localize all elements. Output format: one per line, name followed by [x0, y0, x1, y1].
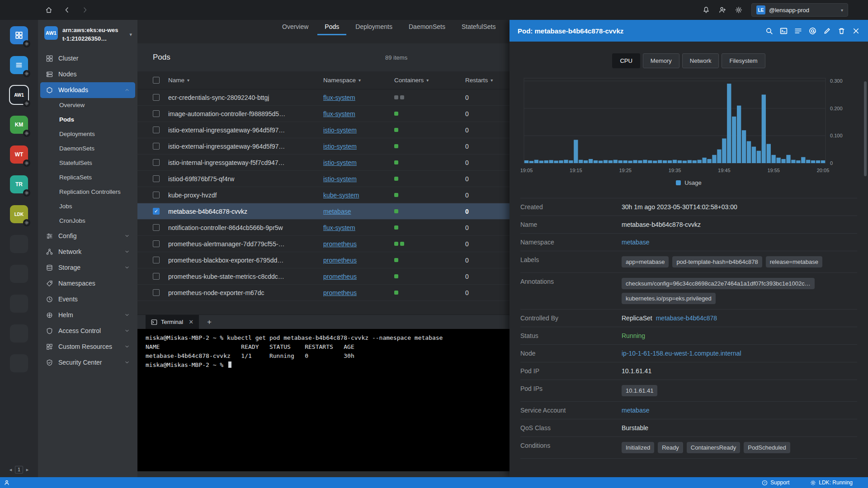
namespace-link[interactable]: flux-system: [323, 224, 355, 231]
sidebar-item-cluster[interactable]: Cluster: [40, 51, 135, 66]
close-icon[interactable]: ✕: [189, 319, 193, 325]
column-header-name[interactable]: Name▾: [168, 77, 323, 84]
namespace-link[interactable]: prometheus: [323, 257, 357, 264]
tab-deployments[interactable]: Deployments: [348, 20, 400, 35]
home-icon[interactable]: [45, 6, 52, 14]
sidebar-item-namespaces[interactable]: Namespaces: [40, 276, 135, 291]
settings-gear-icon[interactable]: [735, 6, 742, 14]
tab-pods[interactable]: Pods: [317, 20, 346, 35]
cluster-tile-ldk[interactable]: LDK: [10, 205, 28, 223]
detail-link[interactable]: metabase: [622, 239, 649, 246]
close-icon[interactable]: [852, 27, 860, 35]
metrics-tab-memory[interactable]: Memory: [643, 53, 679, 68]
metrics-tab-cpu[interactable]: CPU: [612, 53, 640, 68]
cluster-tile-wt[interactable]: WT: [10, 145, 28, 164]
support-button[interactable]: ? Support: [762, 479, 789, 486]
sidebar-item-access-control[interactable]: Access Control: [40, 323, 135, 339]
row-checkbox[interactable]: [153, 257, 160, 263]
cluster-tile-km[interactable]: KM: [10, 116, 28, 134]
sidebar-item-storage[interactable]: Storage: [40, 260, 135, 276]
attach-icon[interactable]: [809, 27, 816, 35]
hotbar-next-icon[interactable]: ▸: [26, 467, 29, 473]
namespace-link[interactable]: flux-system: [323, 110, 355, 117]
sidebar-item-pods[interactable]: Pods: [38, 113, 137, 127]
cluster-tile-tr[interactable]: TR: [10, 175, 28, 193]
row-checkbox[interactable]: [153, 192, 160, 198]
row-checkbox[interactable]: [153, 224, 160, 231]
sidebar-item-cronjobs[interactable]: CronJobs: [38, 214, 137, 228]
sidebar-item-daemonsets[interactable]: DaemonSets: [38, 141, 137, 156]
namespace-link[interactable]: metabase: [323, 208, 351, 215]
metrics-tab-network[interactable]: Network: [682, 53, 719, 68]
sidebar-item-custom-resources[interactable]: Custom Resources: [40, 339, 135, 355]
sidebar-item-security-center[interactable]: Security Center: [40, 355, 135, 371]
detail-link[interactable]: metabase-b4b64c878: [656, 314, 717, 322]
namespace-link[interactable]: istio-system: [323, 127, 357, 134]
gear-icon[interactable]: [23, 100, 30, 107]
drawer-scrollbar[interactable]: [864, 81, 867, 176]
gear-icon[interactable]: [23, 40, 30, 47]
row-checkbox[interactable]: [153, 159, 160, 166]
namespace-link[interactable]: kube-system: [323, 192, 359, 199]
hotbar-menu-button[interactable]: [10, 56, 28, 74]
detail-link[interactable]: metabase: [622, 407, 649, 414]
namespace-link[interactable]: istio-system: [323, 143, 357, 150]
forward-icon[interactable]: [81, 6, 89, 14]
trash-icon[interactable]: [838, 27, 845, 35]
invite-user-icon[interactable]: [719, 6, 726, 14]
sidebar-item-jobs[interactable]: Jobs: [38, 199, 137, 214]
edit-icon[interactable]: [823, 27, 831, 35]
back-icon[interactable]: [63, 6, 71, 14]
sidebar-item-nodes[interactable]: Nodes: [40, 66, 135, 82]
namespace-link[interactable]: prometheus: [323, 289, 357, 296]
sidebar-item-helm[interactable]: Helm: [40, 307, 135, 323]
detail-link[interactable]: ip-10-1-61-158.eu-west-1.compute.interna…: [622, 350, 741, 357]
logs-icon[interactable]: [794, 27, 802, 35]
account-selector[interactable]: LE @lensapp-prod ▾: [751, 3, 848, 17]
chart-legend[interactable]: Usage: [520, 179, 857, 186]
sidebar-item-statefulsets[interactable]: StatefulSets: [38, 156, 137, 170]
column-header-namespace[interactable]: Namespace▾: [323, 77, 394, 84]
column-header-containers[interactable]: Containers▾: [394, 77, 465, 84]
row-checkbox[interactable]: [153, 273, 160, 280]
user-icon[interactable]: [4, 479, 10, 486]
sidebar-item-overview[interactable]: Overview: [38, 98, 137, 113]
gear-icon[interactable]: [23, 189, 30, 197]
metrics-tab-filesystem[interactable]: Filesystem: [722, 53, 765, 68]
tab-daemonsets[interactable]: DaemonSets: [401, 20, 453, 35]
catalog-button[interactable]: [10, 26, 28, 44]
sidebar-item-network[interactable]: Network: [40, 244, 135, 260]
hotbar-prev-icon[interactable]: ◂: [9, 467, 12, 473]
tab-overview[interactable]: Overview: [275, 20, 316, 35]
gear-icon[interactable]: [23, 219, 30, 226]
gear-icon[interactable]: [23, 160, 30, 167]
sidebar-item-workloads[interactable]: Workloads: [40, 82, 135, 98]
gear-icon[interactable]: [23, 70, 30, 77]
namespace-link[interactable]: istio-system: [323, 159, 357, 166]
select-all-checkbox[interactable]: [153, 77, 160, 84]
sidebar-item-config[interactable]: Config: [40, 228, 135, 244]
namespace-link[interactable]: prometheus: [323, 273, 357, 280]
cluster-selector[interactable]: AW1 arn:aws:eks:eu-west-1:210226350… ▾: [38, 20, 137, 48]
cluster-status[interactable]: LDK: Running: [810, 479, 853, 486]
row-checkbox[interactable]: [153, 175, 160, 182]
sidebar-item-replicasets[interactable]: ReplicaSets: [38, 170, 137, 185]
row-checkbox[interactable]: [153, 240, 160, 247]
namespace-link[interactable]: prometheus: [323, 240, 357, 248]
terminal-icon[interactable]: [780, 27, 788, 35]
row-checkbox[interactable]: [153, 110, 160, 117]
namespace-link[interactable]: istio-system: [323, 175, 357, 183]
row-checkbox[interactable]: [153, 289, 160, 296]
sidebar-item-events[interactable]: Events: [40, 291, 135, 307]
row-checkbox[interactable]: [153, 127, 160, 133]
tab-statefulsets[interactable]: StatefulSets: [454, 20, 503, 35]
notifications-icon[interactable]: [703, 6, 710, 14]
row-checkbox[interactable]: [153, 94, 160, 101]
row-checkbox[interactable]: [153, 143, 160, 150]
new-terminal-icon[interactable]: +: [207, 318, 212, 327]
terminal-tab[interactable]: Terminal ✕: [146, 315, 199, 329]
sidebar-item-replication-controllers[interactable]: Replication Controllers: [38, 185, 137, 199]
sidebar-item-deployments[interactable]: Deployments: [38, 127, 137, 141]
search-icon[interactable]: [765, 27, 773, 35]
cluster-tile-aw1[interactable]: AW1: [10, 86, 28, 104]
